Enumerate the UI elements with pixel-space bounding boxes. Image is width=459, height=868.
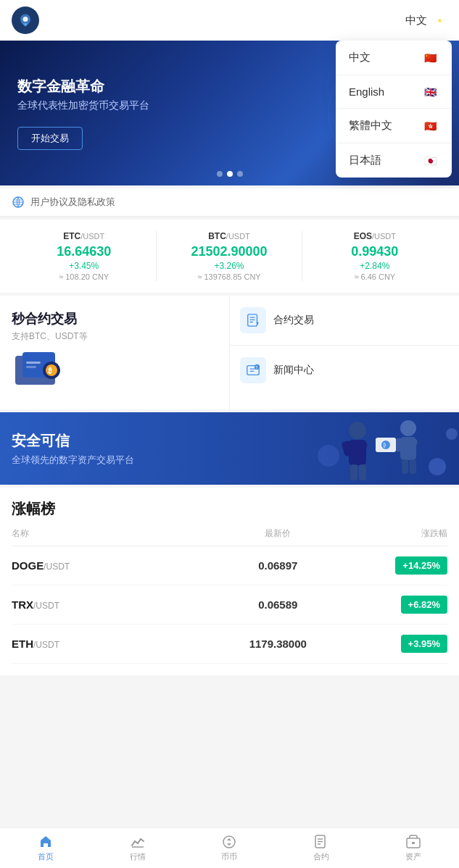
doge-change-badge: +14.25% bbox=[395, 556, 447, 575]
lang-option-chinese[interactable]: 中文 🇨🇳 bbox=[336, 41, 452, 75]
svg-point-23 bbox=[349, 422, 366, 439]
svg-point-39 bbox=[429, 458, 446, 475]
price-btc-cny: ≈ 139768.85 CNY bbox=[162, 272, 295, 281]
eth-change-container: +3.95% bbox=[350, 635, 447, 653]
coin-name-doge: DOGE/USDT bbox=[12, 559, 205, 572]
eth-price: 1179.38000 bbox=[205, 638, 350, 650]
table-row[interactable]: TRX/USDT 0.06589 +6.82% bbox=[12, 585, 447, 625]
news-center-label: 新闻中心 bbox=[273, 364, 314, 377]
svg-rect-34 bbox=[410, 459, 416, 474]
svg-text:₿: ₿ bbox=[383, 443, 386, 448]
trx-price: 0.06589 bbox=[205, 598, 350, 611]
banner-subheadline: 全球代表性加密货币交易平台 bbox=[17, 99, 149, 112]
start-trading-button[interactable]: 开始交易 bbox=[17, 127, 83, 150]
contract-icon bbox=[240, 307, 266, 333]
flash-contract-title: 秒合约交易 bbox=[12, 310, 218, 327]
wallet-illustration: ₿ bbox=[12, 349, 70, 392]
globe-icon bbox=[12, 196, 25, 209]
flag-jp-icon: 🇯🇵 bbox=[421, 155, 439, 167]
price-btc-value: 21502.90000 bbox=[162, 244, 295, 259]
news-center-link[interactable]: ? 新闻中心 bbox=[230, 346, 460, 395]
current-language-label: 中文 bbox=[405, 14, 427, 28]
svg-rect-15 bbox=[26, 366, 36, 368]
trust-subtitle: 全球领先的数字资产交易平台 bbox=[12, 454, 134, 467]
svg-rect-33 bbox=[402, 459, 408, 474]
price-etc-change: +3.45% bbox=[17, 261, 150, 271]
contract-trading-label: 合约交易 bbox=[273, 314, 314, 327]
feature-right-panel: 合约交易 ? 新闻中心 bbox=[230, 296, 460, 409]
lang-japanese-label: 日本語 bbox=[349, 154, 381, 167]
price-btc-change: +3.26% bbox=[162, 261, 295, 271]
flag-hk-icon: 🇭🇰 bbox=[421, 120, 439, 132]
svg-rect-19 bbox=[249, 322, 253, 322]
svg-rect-27 bbox=[350, 464, 357, 480]
pair-etc: ETC/USDT bbox=[17, 231, 150, 241]
lang-option-english[interactable]: English 🇬🇧 bbox=[336, 75, 452, 109]
coin-name-trx: TRX/USDT bbox=[12, 598, 205, 612]
pair-btc: BTC/USDT bbox=[162, 231, 295, 241]
col-change: 涨跌幅 bbox=[350, 527, 447, 540]
people-illustration: ₿ bbox=[307, 412, 459, 485]
flash-contract-feature: 秒合约交易 支持BTC、USDT等 ₿ bbox=[0, 296, 230, 409]
app-header: 中文 ★ bbox=[0, 0, 459, 41]
doge-price: 0.06897 bbox=[205, 559, 350, 572]
table-row[interactable]: DOGE/USDT 0.06897 +14.25% bbox=[12, 546, 447, 585]
svg-point-29 bbox=[400, 420, 416, 436]
col-price: 最新价 bbox=[205, 527, 350, 540]
banner-dot-2[interactable] bbox=[227, 171, 233, 177]
language-selector[interactable]: 中文 ★ bbox=[405, 14, 447, 28]
price-eos-change: +2.84% bbox=[308, 261, 442, 271]
svg-point-36 bbox=[381, 441, 390, 449]
svg-point-38 bbox=[318, 445, 339, 467]
svg-rect-18 bbox=[249, 320, 255, 320]
contract-trading-link[interactable]: 合约交易 bbox=[230, 296, 460, 346]
svg-point-1 bbox=[23, 17, 28, 22]
trust-title: 安全可信 bbox=[12, 431, 134, 451]
lang-option-traditional-chinese[interactable]: 繁體中文 🇭🇰 bbox=[336, 109, 452, 143]
svg-text:₿: ₿ bbox=[48, 367, 52, 375]
svg-text:?: ? bbox=[255, 366, 257, 370]
price-item-etc[interactable]: ETC/USDT 16.64630 +3.45% ≈ 108.20 CNY bbox=[12, 231, 157, 281]
lang-traditional-label: 繁體中文 bbox=[349, 119, 392, 133]
price-eos-cny: ≈ 6.46 CNY bbox=[308, 272, 442, 281]
pair-eos: EOS/USDT bbox=[308, 231, 442, 241]
gainers-title: 涨幅榜 bbox=[12, 499, 447, 519]
current-flag-icon: ★ bbox=[431, 15, 447, 26]
table-header: 名称 最新价 涨跌幅 bbox=[12, 527, 447, 546]
flash-contract-subtitle: 支持BTC、USDT等 bbox=[12, 330, 218, 343]
flag-uk-icon: 🇬🇧 bbox=[421, 86, 439, 98]
banner-headline: 数字金融革命 bbox=[17, 77, 149, 96]
language-dropdown: 中文 🇨🇳 English 🇬🇧 繁體中文 🇭🇰 日本語 🇯🇵 bbox=[336, 41, 452, 178]
trx-change-badge: +6.82% bbox=[401, 596, 447, 614]
news-icon: ? bbox=[240, 357, 266, 383]
lang-chinese-label: 中文 bbox=[349, 51, 371, 64]
trust-banner-text: 安全可信 全球领先的数字资产交易平台 bbox=[12, 431, 134, 467]
price-etc-value: 16.64630 bbox=[17, 244, 150, 259]
table-row[interactable]: ETH/USDT 1179.38000 +3.95% bbox=[12, 625, 447, 664]
gainers-section: 涨幅榜 名称 最新价 涨跌幅 DOGE/USDT 0.06897 +14.25%… bbox=[0, 488, 459, 675]
features-section: 秒合约交易 支持BTC、USDT等 ₿ bbox=[0, 296, 459, 409]
trust-banner: 安全可信 全球领先的数字资产交易平台 ₿ bbox=[0, 412, 459, 485]
lang-english-label: English bbox=[349, 85, 384, 98]
lang-option-japanese[interactable]: 日本語 🇯🇵 bbox=[336, 143, 452, 178]
svg-rect-14 bbox=[26, 362, 41, 364]
trx-change-container: +6.82% bbox=[350, 596, 447, 614]
app-logo[interactable] bbox=[12, 7, 39, 34]
svg-point-40 bbox=[446, 428, 458, 440]
banner-dots bbox=[217, 171, 243, 177]
notice-text: 用户协议及隐私政策 bbox=[30, 196, 115, 209]
price-eos-value: 0.99430 bbox=[308, 244, 442, 259]
banner-dot-3[interactable] bbox=[237, 171, 243, 177]
svg-rect-17 bbox=[249, 317, 255, 317]
banner-dot-1[interactable] bbox=[217, 171, 223, 177]
eth-change-badge: +3.95% bbox=[401, 635, 447, 653]
col-name: 名称 bbox=[12, 527, 205, 540]
coin-name-eth: ETH/USDT bbox=[12, 638, 205, 651]
price-item-eos[interactable]: EOS/USDT 0.99430 +2.84% ≈ 6.46 CNY bbox=[302, 231, 447, 281]
svg-rect-28 bbox=[359, 464, 366, 480]
price-ticker: ETC/USDT 16.64630 +3.45% ≈ 108.20 CNY BT… bbox=[0, 220, 459, 293]
banner-content: 数字金融革命 全球代表性加密货币交易平台 开始交易 bbox=[17, 77, 149, 150]
doge-change-container: +14.25% bbox=[350, 556, 447, 575]
notice-bar[interactable]: 用户协议及隐私政策 bbox=[0, 188, 459, 217]
price-item-btc[interactable]: BTC/USDT 21502.90000 +3.26% ≈ 139768.85 … bbox=[157, 231, 302, 281]
